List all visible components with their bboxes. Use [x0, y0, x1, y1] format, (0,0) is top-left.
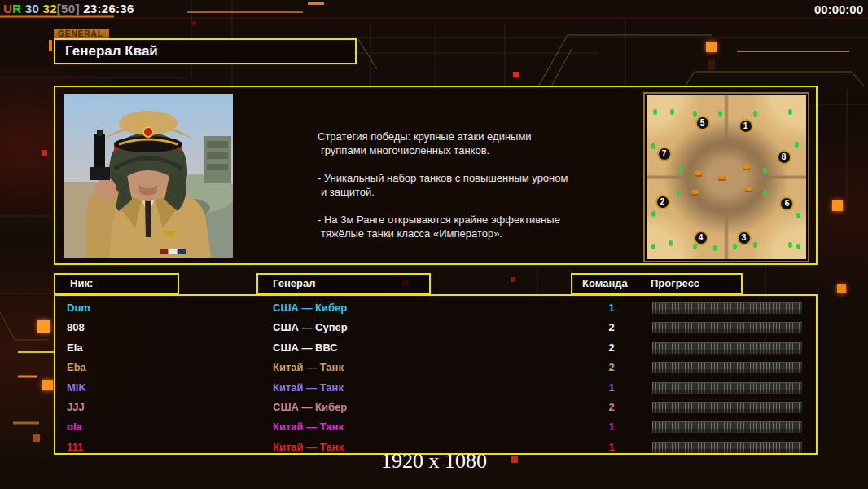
header-team-progress: Команда Прогресс	[571, 273, 743, 294]
map-supply-pile	[743, 165, 750, 170]
strategy-text: Стратегия победы: крупные атаки единымиг…	[318, 130, 586, 254]
player-general: США — Супер	[273, 321, 348, 333]
map-supply-pile	[745, 187, 752, 192]
general-info-panel: Стратегия победы: крупные атаки единымиг…	[54, 86, 818, 265]
ribbon-bars	[160, 249, 186, 254]
roster-row: 808 США — Супер 2	[55, 318, 816, 337]
player-general: США — ВВС	[273, 341, 338, 354]
map-spawn-marker: 6	[779, 196, 794, 211]
player-nick: ola	[67, 421, 82, 433]
header-general-label: Генерал	[273, 277, 315, 289]
map-resource-dot	[763, 168, 767, 174]
player-load-progressbar	[652, 342, 802, 354]
player-load-progressbar	[652, 362, 802, 373]
map-resource-dot	[670, 109, 674, 115]
map-spawn-marker: 3	[737, 231, 752, 245]
match-timer: 00:00:00	[814, 2, 863, 16]
loading-screen: UR 30 32[50] 23:26:36 00:00:00 GENERAL Г…	[0, 0, 868, 489]
player-load-progressbar	[652, 322, 802, 333]
roster-rows: Dum США — Кибер 1 808 США — Супер 2 Ela …	[55, 298, 816, 457]
player-load-progressbar	[652, 382, 802, 394]
header-nick-label: Ник:	[70, 277, 93, 289]
roster-panel: Dum США — Кибер 1 808 США — Супер 2 Ela …	[54, 294, 818, 455]
player-team: 2	[602, 361, 621, 373]
map-spawn-marker: 7	[657, 147, 672, 161]
player-team: 1	[602, 421, 621, 433]
roster-row: Dum США — Кибер 1	[55, 298, 816, 318]
map-resource-dot	[718, 111, 722, 117]
player-team: 2	[602, 321, 621, 333]
player-load-progressbar	[652, 421, 802, 433]
player-team: 2	[602, 401, 621, 413]
map-resource-dot	[669, 240, 673, 246]
player-nick: Ela	[67, 341, 83, 354]
cap-star-badge	[143, 127, 153, 137]
map-resource-dot	[693, 244, 697, 249]
map-resource-dot	[693, 111, 697, 117]
map-preview: 12345678	[643, 92, 809, 262]
session-stats: UR 30 32[50] 23:26:36	[3, 2, 134, 15]
map-resource-dot	[677, 190, 681, 196]
player-team: 1	[602, 302, 621, 314]
player-load-progressbar	[652, 302, 802, 314]
info-paragraph: Стратегия победы: крупные атаки единымиг…	[318, 130, 586, 157]
map-resource-dot	[653, 109, 657, 115]
map-spawn-marker: 5	[695, 116, 710, 130]
player-nick: 808	[67, 321, 85, 333]
player-general: Китай — Танк	[273, 381, 344, 394]
map-terrain: 12345678	[647, 95, 806, 259]
stat-blue: 30	[25, 2, 39, 15]
map-spawn-marker: 8	[777, 150, 791, 165]
player-team: 1	[602, 381, 621, 394]
map-resource-dot	[733, 244, 737, 249]
map-resource-dot	[651, 211, 655, 217]
map-resource-dot	[753, 111, 757, 117]
map-resource-dot	[651, 143, 655, 149]
player-nick: JJJ	[67, 401, 85, 413]
map-resource-dot	[788, 242, 792, 248]
map-resource-dot	[795, 142, 799, 148]
page-title: Генерал Квай	[65, 43, 158, 59]
player-general: Китай — Танк	[273, 361, 344, 373]
stat-bracket: [50]	[57, 2, 80, 15]
map-resource-dot	[796, 244, 800, 249]
player-team: 2	[602, 341, 621, 354]
map-supply-pile	[695, 171, 702, 177]
info-paragraph: - На 3м Ранге открываются крайне эффекти…	[318, 213, 586, 240]
title-box: Генерал Квай	[54, 38, 357, 64]
player-general: Китай — Танк	[273, 421, 344, 433]
clock: 23:26:36	[83, 2, 134, 15]
header-progress-label: Прогресс	[651, 277, 699, 289]
stat-r: R	[12, 2, 21, 15]
map-resource-dot	[678, 166, 682, 172]
player-nick: MIK	[67, 381, 86, 394]
map-resource-dot	[753, 242, 757, 248]
roster-row: Ela США — ВВС 2	[55, 338, 816, 358]
player-load-progressbar	[652, 402, 802, 413]
player-nick: Dum	[67, 302, 90, 314]
top-status-bar: UR 30 32[50] 23:26:36 00:00:00	[0, 0, 868, 18]
stat-u: U	[3, 2, 12, 15]
map-spawn-marker: 1	[739, 119, 753, 134]
roster-row: ola Китай — Танк 1	[55, 417, 816, 437]
roster-row: JJJ США — Кибер 2	[55, 398, 816, 417]
header-nick: Ник:	[54, 273, 179, 294]
map-resource-dot	[713, 245, 717, 251]
map-resource-dot	[763, 190, 767, 196]
roster-row: Eba Китай — Танк 2	[55, 358, 816, 377]
roster-row: MIK Китай — Танк 1	[55, 378, 816, 398]
general-portrait	[64, 94, 233, 258]
map-resource-dot	[651, 244, 655, 249]
player-nick: Eba	[67, 361, 86, 373]
resolution-watermark: 1920 x 1080	[0, 449, 868, 474]
header-team-label: Команда	[582, 277, 628, 289]
stat-yellow: 32	[43, 2, 57, 15]
map-supply-pile	[691, 190, 699, 196]
map-spawn-marker: 2	[655, 195, 670, 209]
header-general: Генерал	[256, 273, 431, 294]
map-resource-dot	[788, 109, 792, 115]
hand	[95, 178, 116, 202]
map-supply-pile	[718, 175, 726, 181]
player-general: США — Кибер	[273, 401, 347, 413]
tie	[145, 200, 151, 237]
